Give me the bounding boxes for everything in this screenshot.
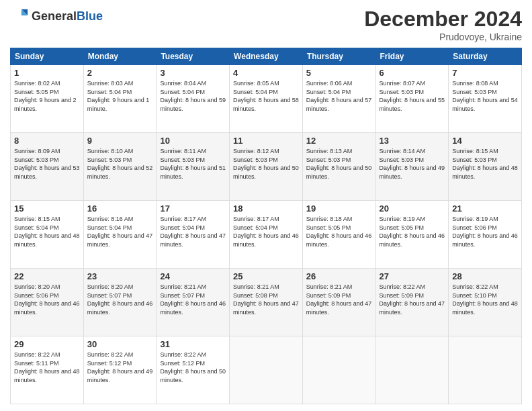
table-cell: 18 Sunrise: 8:17 AMSunset: 5:04 PMDaylig…: [230, 201, 303, 269]
col-friday: Friday: [375, 48, 449, 65]
header-row: Sunday Monday Tuesday Wednesday Thursday…: [11, 48, 522, 65]
table-cell: 15 Sunrise: 8:15 AMSunset: 5:04 PMDaylig…: [11, 201, 84, 269]
month-title: December 2024: [364, 7, 522, 32]
table-cell: 1 Sunrise: 8:02 AMSunset: 5:05 PMDayligh…: [11, 65, 84, 133]
col-thursday: Thursday: [302, 48, 375, 65]
col-monday: Monday: [83, 48, 157, 65]
table-cell: 25 Sunrise: 8:21 AMSunset: 5:08 PMDaylig…: [230, 269, 303, 336]
table-row: 8 Sunrise: 8:09 AMSunset: 5:03 PMDayligh…: [11, 133, 522, 201]
table-cell: 13 Sunrise: 8:14 AMSunset: 5:03 PMDaylig…: [375, 133, 449, 201]
location-subtitle: Prudovoye, Ukraine: [364, 32, 522, 42]
table-cell: 17 Sunrise: 8:17 AMSunset: 5:04 PMDaylig…: [157, 201, 230, 269]
col-tuesday: Tuesday: [157, 48, 230, 65]
table-cell: 31 Sunrise: 8:22 AMSunset: 5:12 PMDaylig…: [157, 336, 230, 404]
logo: GeneralBlue: [10, 7, 103, 26]
table-cell: 14 Sunrise: 8:15 AMSunset: 5:03 PMDaylig…: [449, 133, 522, 201]
table-cell: 9 Sunrise: 8:10 AMSunset: 5:03 PMDayligh…: [83, 133, 157, 201]
table-cell: 8 Sunrise: 8:09 AMSunset: 5:03 PMDayligh…: [11, 133, 84, 201]
table-cell: 11 Sunrise: 8:12 AMSunset: 5:03 PMDaylig…: [230, 133, 303, 201]
table-cell: 22 Sunrise: 8:20 AMSunset: 5:06 PMDaylig…: [11, 269, 84, 336]
table-cell: 2 Sunrise: 8:03 AMSunset: 5:04 PMDayligh…: [83, 65, 157, 133]
table-cell: 5 Sunrise: 8:06 AMSunset: 5:04 PMDayligh…: [302, 65, 375, 133]
table-cell: 7 Sunrise: 8:08 AMSunset: 5:03 PMDayligh…: [449, 65, 522, 133]
table-row: 1 Sunrise: 8:02 AMSunset: 5:05 PMDayligh…: [11, 65, 522, 133]
calendar-table: Sunday Monday Tuesday Wednesday Thursday…: [10, 48, 522, 404]
table-cell: 26 Sunrise: 8:21 AMSunset: 5:09 PMDaylig…: [302, 269, 375, 336]
title-block: December 2024 Prudovoye, Ukraine: [364, 7, 522, 42]
table-cell: 3 Sunrise: 8:04 AMSunset: 5:04 PMDayligh…: [157, 65, 230, 133]
table-cell: 10 Sunrise: 8:11 AMSunset: 5:03 PMDaylig…: [157, 133, 230, 201]
table-cell-empty: [302, 336, 375, 404]
table-cell: 29 Sunrise: 8:22 AMSunset: 5:11 PMDaylig…: [11, 336, 84, 404]
table-cell: 23 Sunrise: 8:20 AMSunset: 5:07 PMDaylig…: [83, 269, 157, 336]
table-cell: 28 Sunrise: 8:22 AMSunset: 5:10 PMDaylig…: [449, 269, 522, 336]
col-sunday: Sunday: [11, 48, 84, 65]
table-row: 15 Sunrise: 8:15 AMSunset: 5:04 PMDaylig…: [11, 201, 522, 269]
table-cell: 27 Sunrise: 8:22 AMSunset: 5:09 PMDaylig…: [375, 269, 449, 336]
logo-icon: [10, 7, 29, 26]
header: GeneralBlue December 2024 Prudovoye, Ukr…: [10, 7, 522, 42]
calendar-page: GeneralBlue December 2024 Prudovoye, Ukr…: [0, 0, 532, 411]
table-cell: 4 Sunrise: 8:05 AMSunset: 5:04 PMDayligh…: [230, 65, 303, 133]
table-cell-empty: [375, 336, 449, 404]
table-cell: 21 Sunrise: 8:19 AMSunset: 5:06 PMDaylig…: [449, 201, 522, 269]
table-cell: 30 Sunrise: 8:22 AMSunset: 5:12 PMDaylig…: [83, 336, 157, 404]
table-cell: 12 Sunrise: 8:13 AMSunset: 5:03 PMDaylig…: [302, 133, 375, 201]
logo-text: GeneralBlue: [32, 10, 103, 22]
calendar: Sunday Monday Tuesday Wednesday Thursday…: [10, 48, 522, 404]
table-cell: 6 Sunrise: 8:07 AMSunset: 5:03 PMDayligh…: [375, 65, 449, 133]
table-cell: 16 Sunrise: 8:16 AMSunset: 5:04 PMDaylig…: [83, 201, 157, 269]
table-cell: 19 Sunrise: 8:18 AMSunset: 5:05 PMDaylig…: [302, 201, 375, 269]
table-row: 29 Sunrise: 8:22 AMSunset: 5:11 PMDaylig…: [11, 336, 522, 404]
col-wednesday: Wednesday: [230, 48, 303, 65]
table-cell: 20 Sunrise: 8:19 AMSunset: 5:05 PMDaylig…: [375, 201, 449, 269]
table-row: 22 Sunrise: 8:20 AMSunset: 5:06 PMDaylig…: [11, 269, 522, 336]
table-cell: 24 Sunrise: 8:21 AMSunset: 5:07 PMDaylig…: [157, 269, 230, 336]
table-cell-empty: [230, 336, 303, 404]
col-saturday: Saturday: [449, 48, 522, 65]
table-cell-empty: [449, 336, 522, 404]
